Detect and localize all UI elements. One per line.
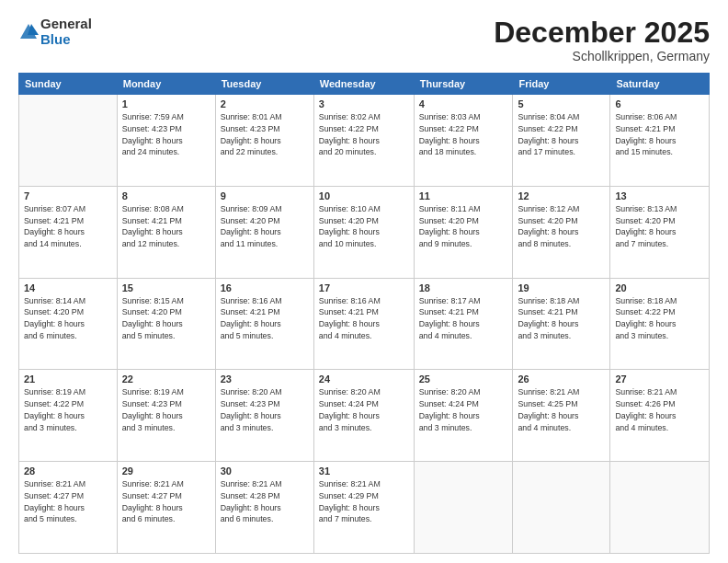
calendar-cell: 6Sunrise: 8:06 AM Sunset: 4:21 PM Daylig… [610, 95, 710, 187]
calendar-cell: 16Sunrise: 8:16 AM Sunset: 4:21 PM Dayli… [215, 278, 313, 370]
day-number: 25 [419, 373, 508, 385]
calendar-cell: 27Sunrise: 8:21 AM Sunset: 4:26 PM Dayli… [610, 370, 710, 462]
calendar-cell: 30Sunrise: 8:21 AM Sunset: 4:28 PM Dayli… [215, 462, 313, 554]
day-number: 30 [221, 465, 309, 477]
day-number: 24 [319, 373, 409, 385]
cell-content: Sunrise: 8:10 AM Sunset: 4:20 PM Dayligh… [319, 203, 409, 250]
cell-content: Sunrise: 8:19 AM Sunset: 4:23 PM Dayligh… [122, 386, 210, 433]
day-number: 4 [419, 98, 508, 109]
calendar-cell: 3Sunrise: 8:02 AM Sunset: 4:22 PM Daylig… [313, 95, 414, 187]
day-number: 20 [615, 282, 704, 293]
calendar-cell: 8Sunrise: 8:08 AM Sunset: 4:21 PM Daylig… [117, 186, 215, 278]
col-thursday: Thursday [414, 74, 513, 95]
day-number: 1 [122, 98, 210, 109]
cell-content: Sunrise: 8:14 AM Sunset: 4:20 PM Dayligh… [24, 295, 112, 342]
col-sunday: Sunday [19, 74, 118, 95]
cell-content: Sunrise: 8:12 AM Sunset: 4:20 PM Dayligh… [518, 203, 605, 250]
week-row-3: 21Sunrise: 8:19 AM Sunset: 4:22 PM Dayli… [19, 370, 710, 462]
day-number: 19 [518, 282, 605, 293]
cell-content: Sunrise: 8:08 AM Sunset: 4:21 PM Dayligh… [122, 203, 210, 250]
calendar-page: General Blue December 2025 Schollkrippen… [0, 0, 728, 563]
col-friday: Friday [513, 74, 610, 95]
day-number: 22 [122, 373, 210, 385]
cell-content: Sunrise: 8:19 AM Sunset: 4:22 PM Dayligh… [24, 386, 112, 433]
calendar-cell: 14Sunrise: 8:14 AM Sunset: 4:20 PM Dayli… [19, 278, 118, 370]
logo-general: General [40, 17, 92, 32]
calendar-cell: 15Sunrise: 8:15 AM Sunset: 4:20 PM Dayli… [117, 278, 215, 370]
day-number: 23 [221, 373, 309, 385]
day-number: 26 [518, 373, 605, 385]
calendar-cell: 1Sunrise: 7:59 AM Sunset: 4:23 PM Daylig… [117, 95, 215, 187]
day-number: 14 [24, 282, 112, 293]
calendar-cell [513, 462, 610, 554]
title-block: December 2025 Schollkrippen, Germany [494, 17, 710, 63]
cell-content: Sunrise: 8:16 AM Sunset: 4:21 PM Dayligh… [319, 295, 409, 342]
cell-content: Sunrise: 8:01 AM Sunset: 4:23 PM Dayligh… [221, 111, 309, 158]
week-row-4: 28Sunrise: 8:21 AM Sunset: 4:27 PM Dayli… [19, 462, 710, 554]
calendar-cell: 12Sunrise: 8:12 AM Sunset: 4:20 PM Dayli… [513, 186, 610, 278]
logo-icon [18, 22, 39, 42]
calendar-cell: 11Sunrise: 8:11 AM Sunset: 4:20 PM Dayli… [414, 186, 513, 278]
cell-content: Sunrise: 8:15 AM Sunset: 4:20 PM Dayligh… [122, 295, 210, 342]
calendar-cell: 28Sunrise: 8:21 AM Sunset: 4:27 PM Dayli… [19, 462, 118, 554]
calendar-cell: 10Sunrise: 8:10 AM Sunset: 4:20 PM Dayli… [313, 186, 414, 278]
calendar-cell: 5Sunrise: 8:04 AM Sunset: 4:22 PM Daylig… [513, 95, 610, 187]
location-subtitle: Schollkrippen, Germany [494, 49, 710, 63]
month-title: December 2025 [494, 17, 710, 49]
calendar-cell: 9Sunrise: 8:09 AM Sunset: 4:20 PM Daylig… [215, 186, 313, 278]
calendar-cell: 2Sunrise: 8:01 AM Sunset: 4:23 PM Daylig… [215, 95, 313, 187]
calendar-cell: 13Sunrise: 8:13 AM Sunset: 4:20 PM Dayli… [610, 186, 710, 278]
day-number: 10 [319, 190, 409, 201]
day-number: 13 [615, 190, 704, 201]
calendar-cell [414, 462, 513, 554]
calendar-cell: 23Sunrise: 8:20 AM Sunset: 4:23 PM Dayli… [215, 370, 313, 462]
cell-content: Sunrise: 8:20 AM Sunset: 4:24 PM Dayligh… [319, 386, 409, 433]
cell-content: Sunrise: 8:20 AM Sunset: 4:23 PM Dayligh… [221, 386, 309, 433]
cell-content: Sunrise: 8:21 AM Sunset: 4:25 PM Dayligh… [518, 386, 605, 433]
cell-content: Sunrise: 8:07 AM Sunset: 4:21 PM Dayligh… [24, 203, 112, 250]
cell-content: Sunrise: 8:21 AM Sunset: 4:26 PM Dayligh… [615, 386, 704, 433]
cell-content: Sunrise: 8:17 AM Sunset: 4:21 PM Dayligh… [419, 295, 508, 342]
calendar-cell: 20Sunrise: 8:18 AM Sunset: 4:22 PM Dayli… [610, 278, 710, 370]
cell-content: Sunrise: 8:18 AM Sunset: 4:21 PM Dayligh… [518, 295, 605, 342]
cell-content: Sunrise: 8:02 AM Sunset: 4:22 PM Dayligh… [319, 111, 409, 158]
day-number: 27 [615, 373, 704, 385]
cell-content: Sunrise: 8:21 AM Sunset: 4:27 PM Dayligh… [24, 478, 112, 525]
calendar-cell: 29Sunrise: 8:21 AM Sunset: 4:27 PM Dayli… [117, 462, 215, 554]
header-row: Sunday Monday Tuesday Wednesday Thursday… [19, 74, 710, 95]
cell-content: Sunrise: 8:13 AM Sunset: 4:20 PM Dayligh… [615, 203, 704, 250]
week-row-0: 1Sunrise: 7:59 AM Sunset: 4:23 PM Daylig… [19, 95, 710, 187]
day-number: 15 [122, 282, 210, 293]
cell-content: Sunrise: 8:09 AM Sunset: 4:20 PM Dayligh… [221, 203, 309, 250]
cell-content: Sunrise: 8:11 AM Sunset: 4:20 PM Dayligh… [419, 203, 508, 250]
logo: General Blue [18, 17, 92, 47]
day-number: 21 [24, 373, 112, 385]
calendar-cell: 17Sunrise: 8:16 AM Sunset: 4:21 PM Dayli… [313, 278, 414, 370]
day-number: 3 [319, 98, 409, 109]
cell-content: Sunrise: 8:03 AM Sunset: 4:22 PM Dayligh… [419, 111, 508, 158]
day-number: 9 [221, 190, 309, 201]
calendar-cell: 21Sunrise: 8:19 AM Sunset: 4:22 PM Dayli… [19, 370, 118, 462]
day-number: 16 [221, 282, 309, 293]
day-number: 8 [122, 190, 210, 201]
cell-content: Sunrise: 8:06 AM Sunset: 4:21 PM Dayligh… [615, 111, 704, 158]
calendar-cell: 26Sunrise: 8:21 AM Sunset: 4:25 PM Dayli… [513, 370, 610, 462]
calendar-cell: 4Sunrise: 8:03 AM Sunset: 4:22 PM Daylig… [414, 95, 513, 187]
cell-content: Sunrise: 8:21 AM Sunset: 4:28 PM Dayligh… [221, 478, 309, 525]
calendar-cell: 25Sunrise: 8:20 AM Sunset: 4:24 PM Dayli… [414, 370, 513, 462]
day-number: 2 [221, 98, 309, 109]
day-number: 29 [122, 465, 210, 477]
calendar-table: Sunday Monday Tuesday Wednesday Thursday… [18, 73, 710, 554]
cell-content: Sunrise: 7:59 AM Sunset: 4:23 PM Dayligh… [122, 111, 210, 158]
day-number: 31 [319, 465, 409, 477]
week-row-2: 14Sunrise: 8:14 AM Sunset: 4:20 PM Dayli… [19, 278, 710, 370]
day-number: 5 [518, 98, 605, 109]
header: General Blue December 2025 Schollkrippen… [18, 17, 710, 63]
week-row-1: 7Sunrise: 8:07 AM Sunset: 4:21 PM Daylig… [19, 186, 710, 278]
day-number: 28 [24, 465, 112, 477]
col-tuesday: Tuesday [215, 74, 313, 95]
cell-content: Sunrise: 8:04 AM Sunset: 4:22 PM Dayligh… [518, 111, 605, 158]
calendar-cell: 22Sunrise: 8:19 AM Sunset: 4:23 PM Dayli… [117, 370, 215, 462]
cell-content: Sunrise: 8:16 AM Sunset: 4:21 PM Dayligh… [221, 295, 309, 342]
cell-content: Sunrise: 8:20 AM Sunset: 4:24 PM Dayligh… [419, 386, 508, 433]
